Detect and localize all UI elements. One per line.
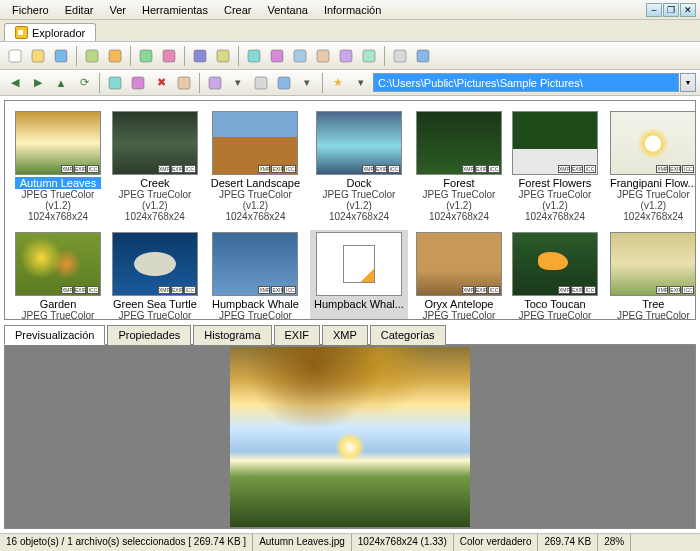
menu-fichero[interactable]: Fichero xyxy=(4,2,57,18)
thumb-image: XMPEXIFICC xyxy=(610,111,696,175)
svg-rect-19 xyxy=(178,77,190,89)
status-dims: 1024x768x24 (1.33) xyxy=(352,534,454,551)
thumb-meta: JPEG TrueColor (v1.2) xyxy=(416,310,502,320)
convert-button[interactable] xyxy=(289,45,311,67)
layout-button[interactable] xyxy=(335,45,357,67)
maximize-button[interactable]: ❐ xyxy=(663,3,679,17)
nav-favorite-add-button[interactable] xyxy=(250,72,272,94)
thumb-name: Dock xyxy=(312,177,406,189)
detail-tab-histograma[interactable]: Histograma xyxy=(193,325,271,345)
nav-drop-button[interactable]: ▾ xyxy=(296,72,318,94)
nav-favorite-button[interactable] xyxy=(273,72,295,94)
thumb-name: Toco Toucan xyxy=(512,298,598,310)
thumb-dims: 1024x768x24 xyxy=(209,211,302,222)
status-selection: 16 objeto(s) / 1 archivo(s) seleccionado… xyxy=(0,534,253,551)
nav-refresh-button[interactable]: ⟳ xyxy=(73,72,95,94)
nav-delete-button[interactable]: ✖ xyxy=(150,72,172,94)
nav-back-button[interactable]: ◀ xyxy=(4,72,26,94)
thumb-meta: JPEG TrueColor (v1.2) xyxy=(15,189,101,211)
preview-pane[interactable] xyxy=(4,345,696,529)
save-button[interactable] xyxy=(50,45,72,67)
nav-drop-button[interactable]: ▾ xyxy=(350,72,372,94)
acquire-button[interactable] xyxy=(243,45,265,67)
svg-rect-9 xyxy=(248,50,260,62)
info-button[interactable] xyxy=(412,45,434,67)
detail-tab-previsualización[interactable]: Previsualización xyxy=(4,325,105,345)
thumb-item[interactable]: XMPEXIFICCAutumn LeavesJPEG TrueColor (v… xyxy=(13,109,103,224)
picture-send-button[interactable] xyxy=(158,45,180,67)
minimize-button[interactable]: – xyxy=(646,3,662,17)
settings-button[interactable] xyxy=(389,45,411,67)
thumb-item[interactable]: XMPEXIFICCDockJPEG TrueColor (v1.2)1024x… xyxy=(310,109,408,224)
address-dropdown[interactable]: ▾ xyxy=(680,73,696,92)
thumb-name: Forest Flowers xyxy=(512,177,598,189)
nav-drop-button[interactable]: ▾ xyxy=(227,72,249,94)
thumb-name: Oryx Antelope xyxy=(416,298,502,310)
close-button[interactable]: ✕ xyxy=(680,3,696,17)
nav-up-button[interactable]: ▲ xyxy=(50,72,72,94)
thumb-name: Creek xyxy=(111,177,199,189)
detail-tab-propiedades[interactable]: Propiedades xyxy=(107,325,191,345)
explorer-tab[interactable]: Explorador xyxy=(4,23,96,41)
thumb-name: Autumn Leaves xyxy=(15,177,101,189)
nav-folder-copy-button[interactable] xyxy=(127,72,149,94)
thumb-image: XMPEXIFICC xyxy=(610,232,696,296)
menu-ventana[interactable]: Ventana xyxy=(260,2,316,18)
copy-button[interactable] xyxy=(81,45,103,67)
thumb-item[interactable]: XMPEXIFICCOryx AntelopeJPEG TrueColor (v… xyxy=(414,230,504,320)
thumb-image: XMPEXIFICC xyxy=(212,232,298,296)
find-button[interactable] xyxy=(189,45,211,67)
thumb-item[interactable]: XMPEXIFICCDesert LandscapeJPEG TrueColor… xyxy=(207,109,304,224)
thumb-item[interactable]: XMPEXIFICCToco ToucanJPEG TrueColor (v1.… xyxy=(510,230,600,320)
thumb-dims: 1024x768x24 xyxy=(416,211,502,222)
open-button[interactable] xyxy=(27,45,49,67)
thumb-item[interactable]: XMPEXIFICCGreen Sea TurtleJPEG TrueColor… xyxy=(109,230,201,320)
grid-button[interactable] xyxy=(358,45,380,67)
thumb-name: Green Sea Turtle xyxy=(111,298,199,310)
menu-editar[interactable]: Editar xyxy=(57,2,102,18)
nav-forward-button[interactable]: ▶ xyxy=(27,72,49,94)
paste-button[interactable] xyxy=(104,45,126,67)
thumb-item[interactable]: XMPEXIFICCForest FlowersJPEG TrueColor (… xyxy=(510,109,600,224)
svg-rect-11 xyxy=(294,50,306,62)
thumb-item[interactable]: XMPEXIFICCTreeJPEG TrueColor (v1.2)1024x… xyxy=(606,230,696,320)
thumb-item[interactable]: XMPEXIFICCCreekJPEG TrueColor (v1.2)1024… xyxy=(109,109,201,224)
thumb-dims: 1024x768x24 xyxy=(512,211,598,222)
svg-rect-17 xyxy=(109,77,121,89)
slideshow-button[interactable] xyxy=(266,45,288,67)
svg-rect-3 xyxy=(86,50,98,62)
thumb-item[interactable]: XMPEXIFICCForestJPEG TrueColor (v1.2)102… xyxy=(414,109,504,224)
svg-rect-21 xyxy=(255,77,267,89)
detail-tab-exif[interactable]: EXIF xyxy=(274,325,320,345)
nav-view-button[interactable] xyxy=(204,72,226,94)
batch-button[interactable] xyxy=(312,45,334,67)
thumb-dims: 1024x768x24 xyxy=(608,211,696,222)
thumb-meta: JPEG TrueColor (v1.2) xyxy=(608,310,696,320)
detail-tabs: PrevisualizaciónPropiedadesHistogramaEXI… xyxy=(4,324,696,345)
thumb-image: XMPEXIFICC xyxy=(416,111,502,175)
preview-image xyxy=(230,347,470,527)
thumbnail-pane[interactable]: XMPEXIFICCAutumn LeavesJPEG TrueColor (v… xyxy=(4,100,696,320)
menu-información[interactable]: Información xyxy=(316,2,389,18)
menu-crear[interactable]: Crear xyxy=(216,2,260,18)
print-button[interactable] xyxy=(212,45,234,67)
detail-tab-categorías[interactable]: Categorías xyxy=(370,325,446,345)
menu-ver[interactable]: Ver xyxy=(101,2,134,18)
thumb-item[interactable]: XMPEXIFICCGardenJPEG TrueColor (v1.2)102… xyxy=(13,230,103,320)
nav-star-button[interactable]: ★ xyxy=(327,72,349,94)
address-input[interactable]: C:\Users\Public\Pictures\Sample Pictures… xyxy=(373,73,679,92)
thumb-meta: JPEG TrueColor (v1.2) xyxy=(608,189,696,211)
new-doc-button[interactable] xyxy=(4,45,26,67)
picture-button[interactable] xyxy=(135,45,157,67)
nav-cut-button[interactable] xyxy=(173,72,195,94)
status-size: 269.74 KB xyxy=(538,534,598,551)
thumb-item[interactable]: Humpback Whal... xyxy=(310,230,408,320)
thumb-image: XMPEXIFICC xyxy=(112,232,198,296)
nav-folder-new-button[interactable] xyxy=(104,72,126,94)
detail-tab-xmp[interactable]: XMP xyxy=(322,325,368,345)
thumb-meta: JPEG TrueColor (v1.2) xyxy=(312,189,406,211)
svg-rect-13 xyxy=(340,50,352,62)
thumb-item[interactable]: XMPEXIFICCFrangipani Flow...JPEG TrueCol… xyxy=(606,109,696,224)
thumb-item[interactable]: XMPEXIFICCHumpback WhaleJPEG TrueColor (… xyxy=(207,230,304,320)
menu-herramientas[interactable]: Herramientas xyxy=(134,2,216,18)
